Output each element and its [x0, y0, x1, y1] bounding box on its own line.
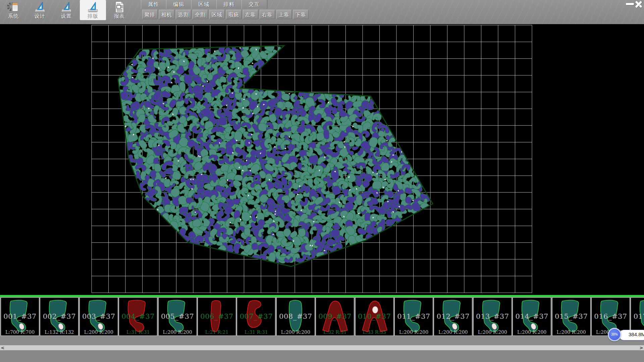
app-nav-5[interactable]: 报表 [106, 0, 132, 20]
app-nav-2[interactable]: 设计 [27, 0, 53, 20]
status-bar [0, 350, 644, 362]
thumbnail-cell[interactable]: 014_#37L:200 R:200 [513, 297, 551, 336]
piece-name: 008_#37 [277, 312, 315, 320]
tool-button-5[interactable]: 区域 [209, 10, 225, 19]
piece-name: 001_#37 [1, 312, 39, 320]
tab-4[interactable]: 排料 [216, 0, 242, 9]
piece-name: 007_#37 [237, 312, 275, 320]
app-nav-label: 设置 [53, 13, 79, 19]
tab-3[interactable]: 区域 [191, 0, 217, 9]
minimize-button[interactable] [626, 3, 634, 5]
app-window: 系统设计设置排版报表 属性编辑区域排料交互 聚排相机选割全割区域瑕疵左靠右靠上靠… [0, 0, 644, 362]
thumbnail-cell[interactable]: 004_#37L:31 R:31 [119, 297, 157, 336]
scroll-left-arrow[interactable]: < [0, 345, 5, 350]
memory-value: 384.8M [629, 331, 644, 337]
app-nav-3[interactable]: 设置 [53, 0, 79, 20]
tool-button-1[interactable]: 聚排 [142, 10, 158, 19]
memory-badge[interactable]: 384.8M 38% [608, 328, 644, 342]
horizontal-scrollbar[interactable]: < > [0, 345, 644, 350]
piece-name: 014_#37 [513, 312, 551, 320]
piece-lr-count: L:21 R:21 [198, 329, 236, 335]
scroll-right-arrow[interactable]: > [639, 345, 644, 350]
thumbnail-cell[interactable]: 006_#37L:21 R:21 [198, 297, 236, 336]
piece-lr-count: L:31 R:31 [237, 329, 275, 335]
tab-2[interactable]: 编辑 [166, 0, 192, 9]
piece-lr-count: L:200 R:200 [80, 329, 118, 335]
piece-lr-count: L:200 R:200 [277, 329, 315, 335]
percent-circle: 38% [608, 328, 621, 341]
piece-name: 012_#37 [434, 312, 472, 320]
thumbnail-cell[interactable]: 009_#37L:32 R:31 [316, 297, 354, 336]
tool-button-7[interactable]: 左靠 [243, 10, 258, 19]
thumbnail-strip: 001_#37L:700 R:700002_#37L:132 R:132003_… [0, 295, 644, 337]
app-nav-1[interactable]: 系统 [0, 0, 26, 20]
nesting-canvas[interactable] [0, 24, 644, 295]
piece-name: 006_#37 [198, 312, 236, 320]
piece-name: 010_#37 [356, 312, 393, 320]
piece-name: 015_#37 [552, 312, 590, 320]
tool-button-9[interactable]: 上靠 [276, 10, 292, 19]
piece-name: 013_#37 [474, 312, 512, 320]
thumbnail-cell[interactable]: 011_#37L:200 R:200 [394, 297, 433, 336]
piece-name: 002_#37 [40, 312, 78, 320]
piece-lr-count: L:200 R:200 [159, 329, 197, 335]
thumbnail-cell[interactable]: 003_#37L:200 R:200 [79, 297, 118, 336]
tab-5[interactable]: 交互 [241, 0, 267, 9]
tool-button-8[interactable]: 右靠 [260, 10, 275, 19]
tool-button-2[interactable]: 相机 [159, 10, 174, 19]
piece-name: 003_#37 [80, 312, 118, 320]
close-button[interactable] [634, 0, 643, 8]
thumbnail-cell[interactable]: 010_#37L:33 R:33 [355, 297, 394, 336]
piece-lr-count: L:200 R:200 [395, 329, 433, 335]
app-nav-label: 设计 [27, 13, 53, 19]
piece-lr-count: L:32 R:31 [316, 329, 354, 335]
thumbnail-cell[interactable]: 007_#37L:31 R:31 [237, 297, 275, 336]
tool-button-3[interactable]: 选割 [176, 10, 191, 19]
toolbar-chrome: 系统设计设置排版报表 属性编辑区域排料交互 聚排相机选割全割区域瑕疵左靠右靠上靠… [0, 0, 644, 24]
piece-name: 005_#37 [159, 312, 197, 320]
thumbnail-cell[interactable]: 002_#37L:132 R:132 [40, 297, 78, 336]
nested-pieces [114, 42, 434, 264]
thumbnail-cell[interactable]: 008_#37L:200 R:200 [276, 297, 315, 336]
piece-lr-count: L:33 R:33 [356, 329, 393, 335]
tab-1[interactable]: 属性 [141, 0, 167, 9]
piece-name: 011_#37 [395, 312, 433, 320]
piece-name: 016_#37 [592, 312, 630, 320]
piece-lr-count: L:31 R:31 [119, 329, 157, 335]
piece-name: 004_#37 [119, 312, 157, 320]
piece-lr-count: L:200 R:200 [474, 329, 512, 335]
piece-lr-count: L:700 R:700 [1, 329, 39, 335]
nesting-drawing [0, 24, 644, 295]
strip-separator [0, 295, 644, 297]
thumbnail-cell[interactable]: 005_#37L:200 R:200 [158, 297, 197, 336]
piece-lr-count: L:200 R:200 [513, 329, 551, 335]
piece-name: 017_#37 [631, 312, 644, 320]
piece-lr-count: L:132 R:132 [40, 329, 78, 335]
app-nav-label: 排版 [80, 13, 106, 19]
memory-pill: 384.8M [619, 330, 644, 340]
tool-button-4[interactable]: 全割 [193, 10, 208, 19]
app-nav-4[interactable]: 排版 [80, 0, 106, 20]
app-nav-label: 系统 [0, 13, 26, 19]
app-nav-label: 报表 [106, 13, 132, 19]
thumbnail-cell[interactable]: 012_#37L:200 R:200 [434, 297, 472, 336]
piece-lr-count: L:200 R:200 [552, 329, 590, 335]
tool-button-10[interactable]: 下靠 [293, 10, 309, 19]
tool-button-6[interactable]: 瑕疵 [226, 10, 241, 19]
thumbnail-cell[interactable]: 001_#37L:700 R:700 [1, 297, 39, 336]
thumbnail-cell[interactable]: 013_#37L:200 R:200 [473, 297, 512, 336]
piece-lr-count: L:200 R:200 [434, 329, 472, 335]
piece-name: 009_#37 [316, 312, 354, 320]
thumbnail-cell[interactable]: 015_#37L:200 R:200 [552, 297, 591, 336]
